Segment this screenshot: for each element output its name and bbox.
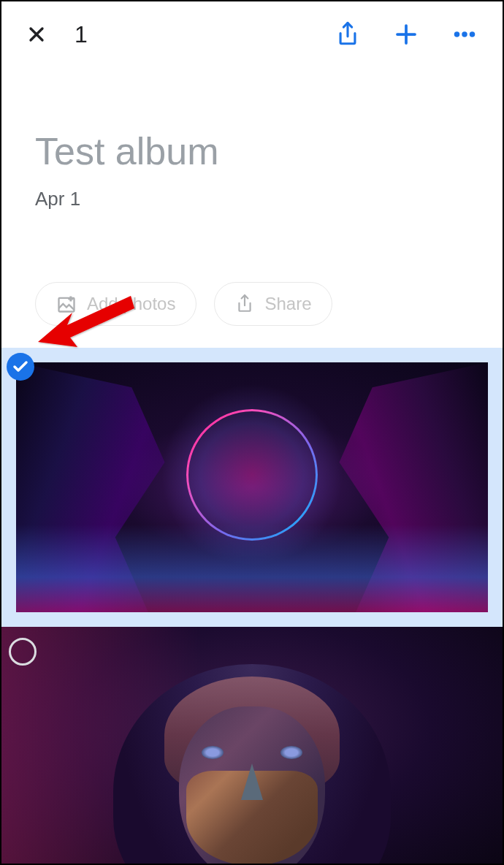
- selection-circle[interactable]: [9, 638, 37, 666]
- selection-checkmark[interactable]: [7, 353, 34, 381]
- close-icon: [25, 23, 48, 46]
- album-info: Test album Apr 1: [1, 67, 503, 240]
- more-button[interactable]: [447, 17, 482, 52]
- plus-icon: [393, 21, 419, 47]
- share-action-icon: [235, 293, 254, 315]
- photo-thumbnail: [1, 627, 503, 865]
- svg-point-6: [462, 31, 467, 37]
- header: 1: [1, 1, 503, 67]
- check-icon: [12, 358, 29, 376]
- album-title: Test album: [35, 129, 469, 173]
- share-icon: [335, 20, 360, 48]
- add-button[interactable]: [389, 17, 424, 52]
- add-photo-icon: [56, 294, 77, 314]
- more-horizontal-icon: [451, 21, 478, 47]
- actions-row: Add photos Share: [1, 240, 503, 348]
- share-action-label: Share: [264, 294, 311, 314]
- album-date: Apr 1: [35, 188, 469, 210]
- add-photos-button[interactable]: Add photos: [35, 282, 196, 326]
- photo-thumbnail: [16, 362, 488, 612]
- share-button[interactable]: [330, 17, 365, 52]
- share-action-button[interactable]: Share: [214, 282, 332, 326]
- add-photos-label: Add photos: [87, 294, 175, 314]
- svg-point-7: [470, 31, 476, 37]
- selection-count: 1: [75, 21, 88, 48]
- close-button[interactable]: [22, 20, 51, 49]
- photo-item[interactable]: [1, 627, 503, 865]
- svg-point-5: [454, 31, 460, 37]
- photos-grid: [1, 348, 503, 865]
- photo-item[interactable]: [1, 348, 503, 627]
